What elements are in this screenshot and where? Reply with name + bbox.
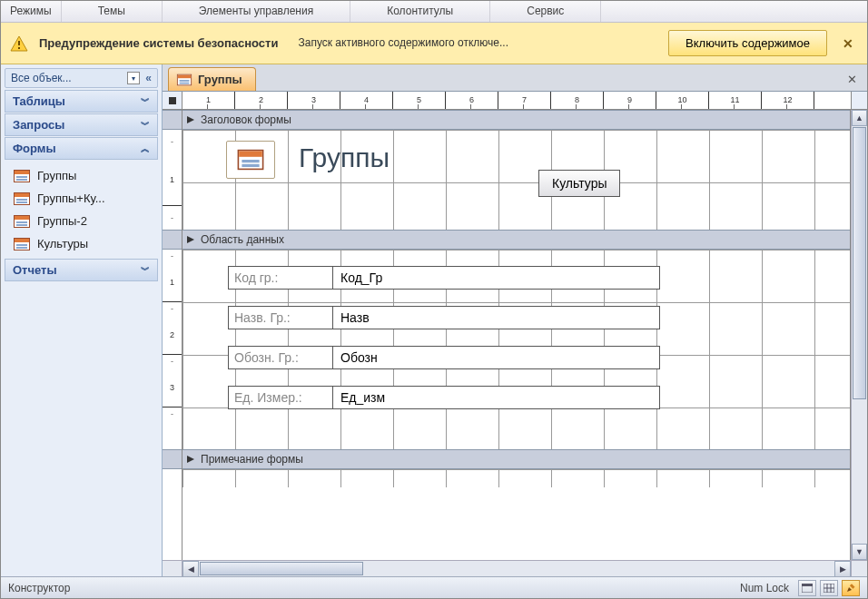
field-label[interactable]: Назв. Гр.:	[228, 306, 333, 329]
svg-rect-13	[850, 584, 855, 589]
field-textbox[interactable]: Обозн	[333, 346, 660, 369]
ribbon-group-labels: Режимы Темы Элементы управления Колонтит…	[1, 1, 867, 23]
status-mode: Конструктор	[8, 582, 70, 594]
security-warning-bar: Предупреждение системы безопасности Запу…	[1, 23, 867, 64]
scroll-down-button[interactable]: ▼	[852, 544, 867, 560]
horizontal-scrollbar[interactable]: ◀ ▶	[163, 560, 867, 576]
nav-item-form[interactable]: Группы	[5, 164, 158, 187]
chevron-up-icon: ︽	[141, 142, 150, 155]
field-label[interactable]: Ед. Измер.:	[228, 386, 333, 409]
nav-section-forms[interactable]: Формы ︽	[5, 137, 158, 160]
svg-marker-12	[847, 587, 852, 592]
field-label[interactable]: Обозн. Гр.:	[228, 346, 333, 369]
vertical-scrollbar[interactable]: ▲ ▼	[851, 110, 867, 560]
form-icon	[14, 238, 30, 250]
svg-rect-7	[802, 584, 813, 586]
field-textbox[interactable]: Назв	[333, 306, 660, 329]
design-area: Группы ✕ 123456789101112 -1--1-2-3- Заго…	[163, 64, 867, 576]
ribbon-group-themes[interactable]: Темы	[62, 1, 163, 22]
nav-pane-header[interactable]: Все объек... ▾ «	[5, 68, 158, 88]
section-icon	[186, 115, 195, 124]
form-footer-area[interactable]	[182, 469, 850, 487]
section-bar-form-header[interactable]: Заголовок формы	[182, 110, 850, 130]
ribbon-group-headers[interactable]: Колонтитулы	[350, 1, 490, 22]
field-row[interactable]: Назв. Гр.:Назв	[228, 306, 660, 329]
field-textbox[interactable]: Код_Гр	[333, 266, 660, 290]
svg-rect-1	[18, 41, 20, 45]
warning-title: Предупреждение системы безопасности	[39, 36, 278, 50]
chevron-down-icon: ︾	[141, 119, 150, 132]
form-detail-area[interactable]: Код гр.:Код_ГрНазв. Гр.:НазвОбозн. Гр.:О…	[182, 250, 850, 449]
section-bar-detail[interactable]: Область данных	[182, 230, 850, 250]
scroll-up-button[interactable]: ▲	[852, 110, 867, 126]
field-row[interactable]: Обозн. Гр.:Обозн	[228, 346, 660, 369]
scroll-thumb[interactable]	[853, 127, 866, 399]
form-title-label[interactable]: Группы	[291, 139, 397, 177]
field-label[interactable]: Код гр.:	[228, 266, 333, 290]
svg-marker-4	[187, 236, 194, 243]
ruler-horizontal[interactable]: 123456789101112	[163, 92, 867, 110]
field-textbox[interactable]: Ед_изм	[333, 386, 660, 409]
svg-rect-2	[18, 47, 20, 49]
form-header-area[interactable]: Группы Культуры	[182, 130, 850, 230]
document-tab-strip: Группы ✕	[163, 64, 867, 92]
nav-section-queries[interactable]: Запросы ︾	[5, 113, 158, 136]
svg-marker-3	[187, 116, 194, 123]
nav-item-form[interactable]: Группы-2	[5, 210, 158, 232]
nav-item-form[interactable]: Группы+Ку...	[5, 187, 158, 210]
nav-pane-title: Все объек...	[11, 72, 72, 84]
svg-marker-5	[187, 456, 194, 463]
warning-icon	[10, 34, 28, 53]
nav-collapse-button[interactable]: «	[145, 72, 152, 84]
ribbon-group-controls[interactable]: Элементы управления	[163, 1, 350, 22]
view-datasheet-button[interactable]	[820, 580, 838, 596]
ribbon-group-tools[interactable]: Сервис	[490, 1, 601, 22]
scroll-left-button[interactable]: ◀	[182, 561, 199, 576]
field-row[interactable]: Код гр.:Код_Гр	[228, 266, 660, 290]
form-icon	[238, 150, 264, 170]
section-icon	[186, 235, 195, 244]
nav-item-form[interactable]: Культуры	[5, 232, 158, 255]
form-design-canvas[interactable]: Заголовок формы Группы Культуры Область …	[182, 110, 851, 560]
ruler-vertical[interactable]: -1--1-2-3-	[163, 110, 182, 560]
nav-section-tables[interactable]: Таблицы ︾	[5, 90, 158, 113]
tab-close-button[interactable]: ✕	[843, 71, 860, 87]
navigation-pane: Все объек... ▾ « Таблицы ︾ Запросы ︾ Фор…	[1, 64, 163, 576]
form-icon	[14, 170, 30, 182]
view-form-button[interactable]	[798, 580, 816, 596]
select-all-corner[interactable]	[163, 92, 182, 109]
status-numlock: Num Lock	[740, 582, 789, 594]
warning-message: Запуск активного содержимого отключе...	[289, 36, 657, 49]
chevron-down-icon: ︾	[141, 95, 150, 108]
form-icon	[14, 215, 30, 228]
form-logo-placeholder[interactable]	[226, 141, 275, 179]
subform-button-cultures[interactable]: Культуры	[538, 170, 620, 197]
nav-section-reports[interactable]: Отчеты ︾	[5, 259, 158, 281]
section-icon	[186, 455, 195, 464]
scroll-right-button[interactable]: ▶	[834, 561, 851, 576]
view-design-button[interactable]	[842, 580, 860, 596]
ribbon-group-modes[interactable]: Режимы	[1, 1, 62, 22]
section-bar-form-footer[interactable]: Примечание формы	[182, 449, 850, 469]
scroll-thumb[interactable]	[200, 562, 363, 575]
nav-forms-list: Группы Группы+Ку... Группы-2 Культуры	[5, 161, 158, 259]
warning-close-button[interactable]: ✕	[838, 34, 858, 54]
document-tab-active[interactable]: Группы	[168, 67, 256, 91]
form-icon	[177, 74, 192, 85]
enable-content-button[interactable]: Включить содержимое	[668, 30, 827, 56]
nav-filter-dropdown[interactable]: ▾	[127, 72, 140, 84]
field-row[interactable]: Ед. Измер.:Ед_изм	[228, 386, 660, 409]
chevron-down-icon: ︾	[141, 264, 150, 277]
status-bar: Конструктор Num Lock	[1, 576, 867, 598]
form-icon	[14, 192, 30, 205]
